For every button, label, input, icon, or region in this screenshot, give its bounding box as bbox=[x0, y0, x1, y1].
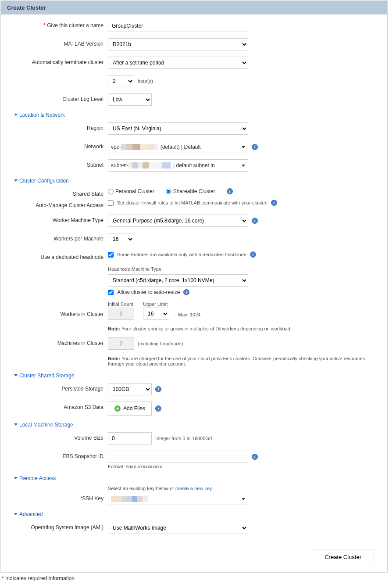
ebs-hint: Format: snap-xxxxxxxxxx bbox=[108, 464, 162, 469]
required-footer: * Indicates required information bbox=[2, 575, 387, 581]
ami-label: Operating System Image (AMI) bbox=[14, 522, 108, 531]
shared-state-label: Shared State bbox=[14, 188, 108, 197]
upper-limit-label: Upper Limit bbox=[143, 301, 169, 307]
create-cluster-panel: Create Cluster * Give this cluster a nam… bbox=[0, 0, 388, 573]
create-cluster-button[interactable]: Create Cluster bbox=[312, 549, 374, 565]
headnode-type-select[interactable]: Standard (c5d.xlarge, 2 core, 1x100 NVMe… bbox=[108, 274, 248, 287]
section-shared-storage[interactable]: Cluster Shared Storage bbox=[14, 373, 374, 379]
dedicated-text: Some features are available only with a … bbox=[117, 252, 246, 257]
ssh-hint: Select an existing key below or create a… bbox=[108, 486, 212, 491]
chevron-down-icon bbox=[242, 498, 245, 500]
ami-select[interactable]: Use MathWorks Image bbox=[108, 522, 248, 534]
info-icon[interactable]: i bbox=[252, 218, 258, 224]
log-level-label: Cluster Log Level bbox=[14, 93, 108, 102]
worker-type-select[interactable]: General Purpose (m5.8xlarge, 16 core) bbox=[108, 215, 248, 227]
autoresize-text: Allow cluster to auto-resize bbox=[117, 289, 180, 295]
cluster-name-label: * Give this cluster a name bbox=[14, 20, 108, 29]
chevron-down-icon bbox=[14, 374, 18, 376]
chevron-down-icon bbox=[242, 165, 245, 167]
auto-manage-label: Auto-Manage Cluster Access bbox=[14, 200, 108, 208]
matlab-version-label: MATLAB Version bbox=[14, 38, 108, 47]
volume-size-label: Volume Size bbox=[14, 432, 108, 441]
s3-data-label: Amazon S3 Data bbox=[14, 402, 108, 410]
chevron-down-icon bbox=[14, 513, 18, 515]
network-label: Network bbox=[14, 141, 108, 150]
worker-type-label: Worker Machine Type bbox=[14, 215, 108, 223]
create-key-link[interactable]: create a new key bbox=[175, 486, 212, 491]
note-charge: Note: You are charged for the use of you… bbox=[108, 356, 374, 366]
chevron-down-icon bbox=[14, 477, 18, 479]
info-icon[interactable]: i bbox=[271, 200, 277, 206]
matlab-version-select[interactable]: R2021b bbox=[108, 38, 248, 50]
region-select[interactable]: US East (N. Virginia) bbox=[108, 122, 248, 135]
ebs-input[interactable] bbox=[108, 451, 248, 463]
chevron-down-icon bbox=[14, 423, 18, 426]
chevron-down-icon bbox=[242, 146, 245, 148]
ssh-key-label: *SSH Key bbox=[14, 493, 108, 502]
section-local-storage[interactable]: Local Machine Storage bbox=[14, 422, 374, 428]
chevron-down-icon bbox=[14, 114, 18, 116]
auto-manage-text: Set cluster firewall rules to let MATLAB… bbox=[117, 200, 268, 205]
volume-size-input[interactable] bbox=[108, 432, 152, 445]
volume-hint: Integer from 0 to 16000GB bbox=[155, 436, 212, 441]
headnode-type-label: Headnode Machine Type bbox=[108, 266, 161, 272]
dedicated-headnode-label: Use a dedicated headnode bbox=[14, 251, 108, 260]
plus-icon: + bbox=[114, 405, 121, 412]
radio-shareable[interactable]: Shareable Cluster bbox=[166, 188, 215, 194]
auto-manage-checkbox[interactable] bbox=[108, 200, 114, 206]
info-icon[interactable]: i bbox=[250, 251, 256, 258]
info-icon[interactable]: i bbox=[155, 386, 161, 392]
chevron-down-icon bbox=[14, 179, 18, 182]
radio-personal[interactable]: Personal Cluster bbox=[108, 188, 154, 194]
initial-count-label: Initial Count bbox=[108, 301, 134, 307]
section-remote-access[interactable]: Remote Access bbox=[14, 475, 374, 481]
info-icon[interactable]: i bbox=[183, 289, 189, 295]
max-text: Max: 1024 bbox=[178, 312, 200, 320]
terminate-label: Automatically terminate cluster bbox=[14, 57, 108, 65]
info-icon[interactable]: i bbox=[252, 144, 258, 150]
add-files-button[interactable]: + Add Files bbox=[108, 402, 152, 416]
region-label: Region bbox=[14, 122, 108, 131]
persisted-storage-label: Persisted Storage bbox=[14, 383, 108, 392]
log-level-select[interactable]: Low bbox=[108, 93, 152, 106]
section-cluster-config[interactable]: Cluster Configuration bbox=[14, 178, 374, 184]
hours-suffix: hour(s) bbox=[138, 79, 153, 84]
info-icon[interactable]: i bbox=[155, 405, 161, 412]
terminate-hours-select[interactable]: 2 bbox=[108, 75, 134, 87]
workers-cluster-label: Workers in Cluster bbox=[14, 301, 108, 317]
machines-hint: (Including headnode) bbox=[138, 341, 183, 346]
ssh-key-select[interactable] bbox=[108, 493, 248, 505]
upper-limit-select[interactable]: 16 bbox=[143, 308, 169, 320]
workers-per-select[interactable]: 16 bbox=[108, 233, 134, 245]
persisted-storage-select[interactable]: 100GB bbox=[108, 383, 152, 395]
note-resize: Note: Your cluster shrinks or grows in m… bbox=[108, 326, 292, 331]
machines-label: Machines in Cluster bbox=[14, 337, 108, 346]
panel-title: Create Cluster bbox=[1, 1, 387, 14]
terminate-select[interactable]: After a set time period bbox=[108, 57, 248, 69]
info-icon[interactable]: i bbox=[252, 454, 258, 460]
workers-per-label: Workers per Machine bbox=[14, 233, 108, 242]
info-icon[interactable]: i bbox=[227, 188, 233, 194]
subnet-select[interactable]: subnet- | default subnet in bbox=[108, 159, 248, 172]
section-advanced[interactable]: Advanced bbox=[14, 511, 374, 517]
initial-count-input bbox=[108, 308, 134, 320]
ebs-label: EBS Snapshot ID bbox=[14, 451, 108, 459]
subnet-label: Subnet bbox=[14, 159, 108, 168]
section-location-network[interactable]: Location & Network bbox=[14, 112, 374, 118]
machines-input bbox=[108, 337, 134, 350]
autoresize-checkbox[interactable] bbox=[108, 290, 114, 295]
cluster-name-input[interactable] bbox=[108, 20, 248, 32]
network-select[interactable]: vpc- (default) | Default bbox=[108, 141, 248, 153]
dedicated-headnode-checkbox[interactable] bbox=[108, 252, 114, 258]
